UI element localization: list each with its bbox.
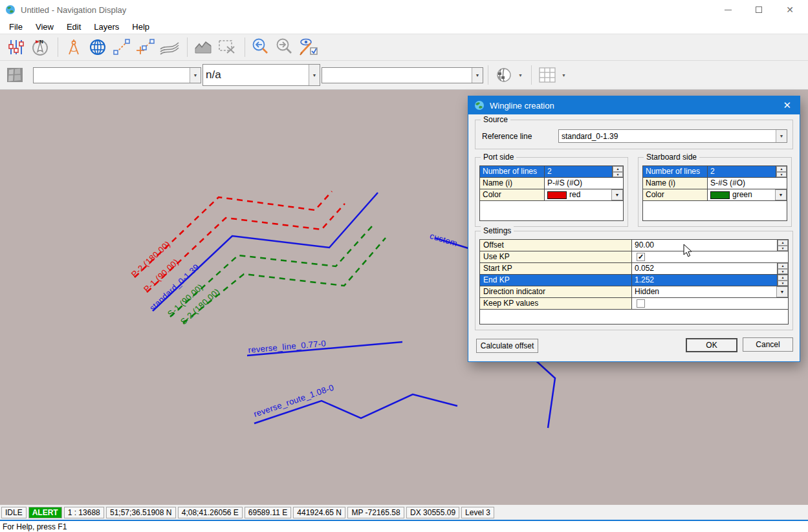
window-title: Untitled - Navigation Display <box>21 5 126 15</box>
port-name-row[interactable]: Name (i) P-#S (#O) <box>480 178 623 189</box>
spin-down-icon[interactable]: ▼ <box>778 246 788 251</box>
maximize-button[interactable] <box>755 6 763 14</box>
direction-indicator-value[interactable]: Hidden <box>632 286 776 297</box>
starboard-color-row[interactable]: Color green ▼ <box>643 189 787 201</box>
spin-up-icon[interactable]: ▲ <box>776 166 787 172</box>
port-color-dropdown[interactable]: ▼ <box>611 189 623 200</box>
toolbar-separator <box>488 65 488 85</box>
starboard-number-of-lines-row[interactable]: Number of lines 2 ▲▼ <box>643 166 787 178</box>
plan-view-icon[interactable] <box>4 64 26 86</box>
keep-kp-values-checkbox[interactable] <box>637 299 645 308</box>
chevron-down-icon[interactable]: ▼ <box>518 73 523 78</box>
start-kp-spinner[interactable]: ▲▼ <box>777 263 788 274</box>
use-kp-row[interactable]: Use KP <box>480 251 788 263</box>
calculate-offset-button[interactable]: Calculate offset <box>476 339 538 353</box>
keep-kp-values-value[interactable] <box>632 298 788 309</box>
starboard-name-row[interactable]: Name (i) S-#S (#O) <box>643 178 787 189</box>
status-cell-4: 4;08;41.26056 E <box>178 507 243 518</box>
scale-combobox[interactable]: n/a ▼ <box>202 64 320 86</box>
profile-icon[interactable] <box>192 36 214 58</box>
port-name-value[interactable]: P-#S (#O) <box>545 178 623 189</box>
menu-bar: File View Edit Layers Help <box>0 19 808 34</box>
close-button[interactable]: ✕ <box>786 6 794 14</box>
divider-icon[interactable] <box>63 36 85 58</box>
compass-icon[interactable]: N <box>29 36 51 58</box>
close-icon: ✕ <box>786 6 794 14</box>
spin-up-icon[interactable]: ▲ <box>778 240 788 246</box>
end-kp-value[interactable]: 1.252 <box>632 275 777 286</box>
toolbar-separator <box>531 65 532 85</box>
keep-kp-values-row[interactable]: Keep KP values <box>480 298 788 310</box>
starboard-color-dropdown[interactable]: ▼ <box>775 189 787 200</box>
map-line-P-2 <box>135 191 332 277</box>
reference-line-label: Reference line <box>482 132 558 141</box>
chevron-down-icon[interactable]: ▼ <box>190 68 201 83</box>
use-kp-value[interactable] <box>632 251 788 262</box>
application-window: Untitled - Navigation Display ✕ File Vie… <box>0 0 808 532</box>
starboard-number-value[interactable]: 2 <box>708 166 776 177</box>
zoom-next-icon[interactable] <box>274 36 296 58</box>
end-kp-row[interactable]: End KP 1.252 ▲▼ <box>480 275 788 286</box>
zoom-previous-icon[interactable] <box>250 36 272 58</box>
direction-indicator-dropdown[interactable]: ▼ <box>776 286 788 297</box>
dialog-close-icon[interactable]: ✕ <box>780 100 794 111</box>
projection-icon[interactable] <box>493 64 515 86</box>
chevron-down-icon[interactable]: ▼ <box>472 68 483 83</box>
port-number-value[interactable]: 2 <box>545 166 612 177</box>
menu-edit[interactable]: Edit <box>60 21 87 33</box>
menu-help[interactable]: Help <box>126 21 156 33</box>
chevron-down-icon[interactable]: ▼ <box>309 65 320 85</box>
offset-row[interactable]: Offset 90.00 ▲▼ <box>480 240 788 251</box>
sliders-icon[interactable] <box>5 36 27 58</box>
object-combobox[interactable]: ▼ <box>322 67 483 83</box>
use-kp-checkbox[interactable] <box>637 253 645 261</box>
starboard-name-value[interactable]: S-#S (#O) <box>708 178 787 189</box>
ok-button[interactable]: OK <box>686 338 737 352</box>
spin-down-icon[interactable]: ▼ <box>778 269 788 275</box>
offset-spinner[interactable]: ▲▼ <box>777 240 788 251</box>
start-kp-label: Start KP <box>480 263 632 274</box>
spin-down-icon[interactable]: ▼ <box>613 172 623 178</box>
grid-icon[interactable] <box>536 64 558 86</box>
measure-line-icon[interactable] <box>111 36 133 58</box>
reference-line-combobox[interactable]: standard_0-1.39 ▼ <box>558 129 787 143</box>
start-kp-value[interactable]: 0.052 <box>632 263 777 274</box>
starboard-color-value[interactable]: green <box>708 189 775 200</box>
menu-layers[interactable]: Layers <box>87 21 126 33</box>
direction-indicator-row[interactable]: Direction indicator Hidden ▼ <box>480 286 788 298</box>
deselect-icon[interactable] <box>216 36 238 58</box>
port-color-row[interactable]: Color red ▼ <box>480 189 623 201</box>
spin-up-icon[interactable]: ▲ <box>778 263 788 269</box>
wingline-creation-dialog: Wingline creation ✕ Source Reference lin… <box>468 96 800 362</box>
port-number-of-lines-row[interactable]: Number of lines 2 ▲▼ <box>480 166 623 178</box>
end-kp-spinner[interactable]: ▲▼ <box>777 275 788 286</box>
menu-view[interactable]: View <box>29 21 60 33</box>
direction-indicator-label: Direction indicator <box>480 286 632 297</box>
starboard-table-filler <box>643 201 787 220</box>
port-name-label: Name (i) <box>480 178 545 189</box>
status-cell-3: 51;57;36.51908 N <box>106 507 176 518</box>
end-kp-label: End KP <box>480 275 632 286</box>
main-toolbar: N <box>0 34 808 60</box>
menu-file[interactable]: File <box>3 21 29 33</box>
layer-combobox[interactable]: ▼ <box>33 67 201 83</box>
layer-visibility-icon[interactable] <box>298 36 320 58</box>
globe-icon[interactable] <box>87 36 109 58</box>
spin-down-icon[interactable]: ▼ <box>776 172 787 178</box>
starboard-number-spinner[interactable]: ▲▼ <box>776 166 787 177</box>
minimize-button[interactable] <box>724 6 732 14</box>
spin-down-icon[interactable]: ▼ <box>778 281 788 286</box>
starboard-color-label: Color <box>643 189 708 200</box>
dialog-title-bar[interactable]: Wingline creation ✕ <box>468 96 800 114</box>
cancel-button[interactable]: Cancel <box>743 337 793 352</box>
port-number-spinner[interactable]: ▲▼ <box>612 166 623 177</box>
chevron-down-icon[interactable]: ▼ <box>562 73 566 78</box>
add-line-icon[interactable] <box>135 36 157 58</box>
chevron-down-icon[interactable]: ▼ <box>776 130 787 142</box>
start-kp-row[interactable]: Start KP 0.052 ▲▼ <box>480 263 788 275</box>
parallel-lines-icon[interactable] <box>158 36 180 58</box>
spin-up-icon[interactable]: ▲ <box>613 166 623 172</box>
spin-up-icon[interactable]: ▲ <box>778 275 788 281</box>
port-color-value[interactable]: red <box>545 189 611 200</box>
offset-value[interactable]: 90.00 <box>632 240 777 251</box>
